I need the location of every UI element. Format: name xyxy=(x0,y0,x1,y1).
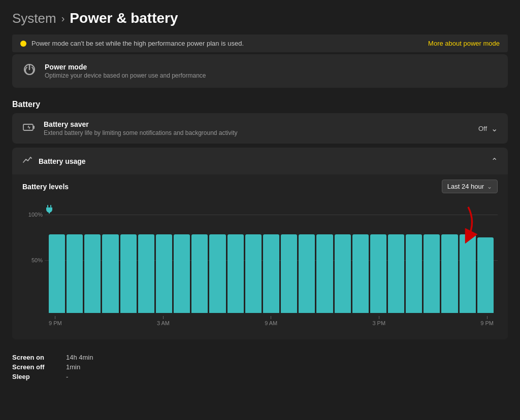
battery-usage-title: Battery usage xyxy=(39,157,86,165)
page-title: Power & battery xyxy=(70,10,178,26)
bar-item xyxy=(460,234,476,313)
bar-item xyxy=(388,234,404,313)
bar-item xyxy=(102,234,118,313)
battery-saver-section: Battery saver Extend battery life by lim… xyxy=(12,113,508,144)
page-header: System › Power & battery xyxy=(12,10,508,26)
x-label-9pm-start: 9 PM xyxy=(49,316,62,326)
time-range-dropdown[interactable]: Last 24 hour ⌄ xyxy=(442,180,498,193)
battery-usage-section: Battery usage ⌃ Battery levels Last 24 h… xyxy=(12,148,508,339)
sleep-label: Sleep xyxy=(12,373,58,380)
power-mode-info: Power mode Optimize your device based on… xyxy=(45,63,498,79)
bar-item xyxy=(424,234,440,313)
sleep-value: - xyxy=(66,373,68,380)
power-mode-title: Power mode xyxy=(45,63,498,71)
bar-item xyxy=(281,234,297,313)
bar-item xyxy=(67,234,83,313)
stat-row-sleep: Sleep - xyxy=(12,373,508,380)
battery-levels-title: Battery levels xyxy=(22,183,69,191)
bar-item xyxy=(406,234,422,313)
warning-text: Power mode can't be set while the high p… xyxy=(31,40,244,47)
battery-levels-area: Battery levels Last 24 hour ⌄ xyxy=(12,174,508,339)
screen-on-label: Screen on xyxy=(12,354,58,361)
bar-item xyxy=(299,234,315,313)
grid-label-50: 50% xyxy=(24,257,43,263)
breadcrumb-system[interactable]: System xyxy=(12,11,56,26)
time-range-label: Last 24 hour xyxy=(447,183,484,190)
x-label-3am: 3 AM xyxy=(157,316,170,326)
battery-saver-control[interactable]: Off ⌄ xyxy=(478,124,498,133)
bar-item xyxy=(316,234,333,313)
battery-saver-info: Battery saver Extend battery life by lim… xyxy=(44,120,470,136)
chevron-down-icon: ⌄ xyxy=(491,124,498,133)
svg-rect-5 xyxy=(49,213,50,214)
bar-item xyxy=(370,234,386,313)
svg-rect-4 xyxy=(50,205,51,207)
bar-item xyxy=(174,234,190,313)
chart-container: 100% 50% xyxy=(22,199,498,331)
breadcrumb-arrow: › xyxy=(61,13,65,24)
bar-item xyxy=(245,234,262,313)
bar-item xyxy=(477,237,494,313)
more-about-power-link[interactable]: More about power mode xyxy=(428,40,500,47)
usage-stats: Screen on 14h 4min Screen off 1min Sleep… xyxy=(12,347,508,382)
battery-saver-title: Battery saver xyxy=(44,120,470,128)
bar-item xyxy=(263,234,279,313)
stat-row-screen-off: Screen off 1min xyxy=(12,363,508,371)
power-mode-subtitle: Optimize your device based on power use … xyxy=(45,72,498,79)
bar-item xyxy=(441,234,458,313)
bar-item xyxy=(209,234,225,313)
stat-row-screen-on: Screen on 14h 4min xyxy=(12,354,508,361)
svg-rect-2 xyxy=(33,126,35,129)
x-label-3pm: 3 PM xyxy=(372,316,385,326)
battery-usage-chart-icon xyxy=(22,155,32,167)
grid-label-100: 100% xyxy=(24,212,43,218)
battery-saver-icon xyxy=(22,121,36,136)
battery-levels-header: Battery levels Last 24 hour ⌄ xyxy=(22,180,498,193)
battery-usage-header-left: Battery usage xyxy=(22,155,86,167)
x-axis: 9 PM 3 AM 9 AM 3 PM xyxy=(45,316,498,326)
svg-rect-3 xyxy=(47,205,48,207)
bar-item xyxy=(138,234,154,313)
warning-left: Power mode can't be set while the high p… xyxy=(20,40,244,47)
bar-item xyxy=(49,234,65,313)
bar-chart-area xyxy=(49,215,494,313)
bar-item xyxy=(352,234,369,313)
page-container: System › Power & battery Power mode can'… xyxy=(0,0,520,393)
collapse-icon[interactable]: ⌃ xyxy=(491,156,498,166)
battery-section-title: Battery xyxy=(12,100,508,109)
screen-on-value: 14h 4min xyxy=(66,354,93,361)
warning-dot xyxy=(20,41,26,47)
screen-off-label: Screen off xyxy=(12,363,58,371)
bar-item xyxy=(120,234,137,313)
battery-saver-status: Off xyxy=(478,125,487,132)
bar-item xyxy=(84,234,101,313)
x-label-9pm-end: 9 PM xyxy=(480,316,494,326)
battery-usage-header[interactable]: Battery usage ⌃ xyxy=(12,148,508,174)
dropdown-chevron-icon: ⌄ xyxy=(487,183,492,190)
bar-item xyxy=(191,234,208,313)
plug-icon xyxy=(45,204,54,216)
screen-off-value: 1min xyxy=(66,363,80,371)
battery-saver-subtitle: Extend battery life by limiting some not… xyxy=(44,129,470,136)
x-label-9am: 9 AM xyxy=(265,316,277,326)
bar-item xyxy=(335,234,351,313)
warning-banner: Power mode can't be set while the high p… xyxy=(12,34,508,52)
bar-item xyxy=(228,234,244,313)
power-icon xyxy=(22,62,37,80)
power-mode-section[interactable]: Power mode Optimize your device based on… xyxy=(12,54,508,88)
bar-item xyxy=(156,234,172,313)
